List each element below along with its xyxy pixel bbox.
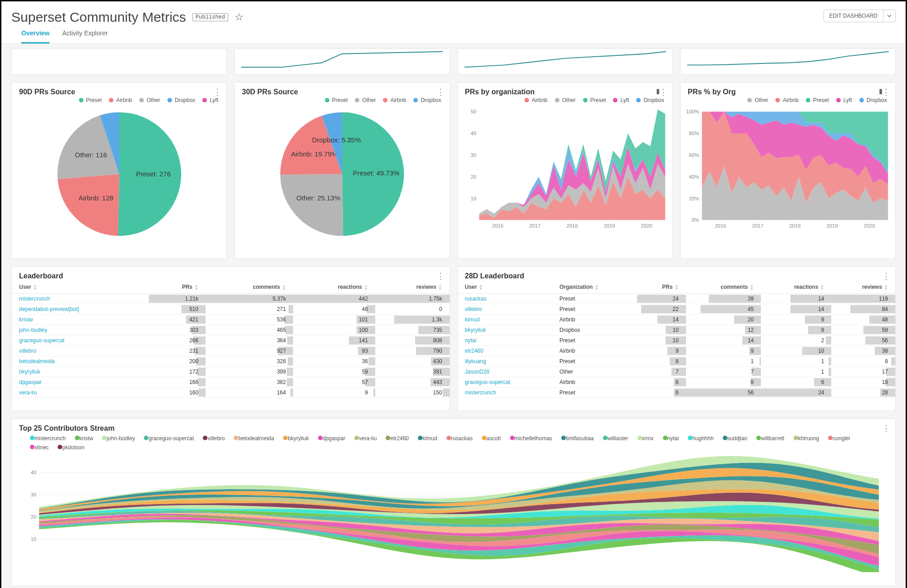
legend-item[interactable]: etr2460 [386, 435, 409, 442]
user-link[interactable]: bkyryliuk [465, 327, 486, 333]
tab-activity-explorer[interactable]: Activity Explorer [62, 25, 108, 44]
user-link[interactable]: dependabot-preview[bot] [19, 306, 79, 312]
user-link[interactable]: john-bodley [19, 327, 47, 333]
table-header[interactable]: reviews▲▼ [375, 281, 450, 293]
legend-item[interactable]: Preset [806, 97, 829, 103]
legend-item[interactable]: Dropbox [859, 97, 887, 103]
table-header[interactable]: PRs▲▼ [149, 281, 206, 293]
org-cell: Preset [552, 304, 637, 314]
user-link[interactable]: graceguo-supercat [19, 337, 64, 344]
user-link[interactable]: kristw [19, 316, 33, 323]
legend-item[interactable]: xtinec [30, 444, 49, 451]
legend-label: villebro [207, 435, 225, 442]
legend-item[interactable]: Lyft [202, 97, 218, 103]
legend-item[interactable]: ktmud [418, 435, 437, 442]
legend-item[interactable]: willbarrett [756, 435, 784, 442]
user-link[interactable]: mistercrunch [19, 296, 50, 302]
legend-item[interactable]: suddjian [723, 435, 748, 442]
user-link[interactable]: ktmud [465, 316, 480, 323]
metric-cell: 303 [149, 325, 206, 335]
table-header[interactable]: comments▲▼ [686, 281, 761, 293]
tab-overview[interactable]: Overview [21, 25, 49, 44]
legend-item[interactable]: Preset [325, 97, 348, 103]
pie-slice[interactable] [58, 174, 119, 236]
legend-item[interactable]: Airbnb [109, 97, 132, 103]
legend-label: Other [755, 97, 768, 103]
legend-item[interactable]: nytai [663, 435, 679, 442]
chart-menu-icon[interactable]: ⋮ [659, 87, 667, 97]
table-header[interactable]: reviews▲▼ [831, 281, 895, 293]
legend-item[interactable]: Lyft [613, 97, 629, 103]
user-cell: kristw [12, 314, 149, 325]
legend-item[interactable]: michellethomas [510, 435, 552, 442]
legend-item[interactable]: Airbnb [383, 97, 406, 103]
legend-item[interactable]: Dropbox [413, 97, 441, 103]
user-link[interactable]: etr2460 [465, 348, 484, 354]
legend-item[interactable]: Dropbox [167, 97, 195, 103]
legend-label: Dropbox [867, 97, 887, 103]
table-header[interactable]: comments▲▼ [206, 281, 293, 293]
legend-item[interactable]: Airbnb [525, 97, 548, 103]
chart-menu-icon[interactable]: ⋮ [213, 87, 221, 97]
legend-item[interactable]: xrmx [637, 435, 654, 442]
legend-item[interactable]: Other [139, 97, 160, 103]
legend-item[interactable]: bkyryliuk [283, 435, 309, 442]
chart-menu-icon[interactable]: ⋮ [882, 423, 890, 433]
user-link[interactable]: vera-liu [19, 389, 37, 396]
legend-item[interactable]: Airbnb [775, 97, 799, 103]
legend-item[interactable]: Other [747, 97, 768, 103]
legend-label: john-bodley [107, 435, 135, 442]
pie-slice[interactable] [280, 174, 343, 236]
user-link[interactable]: villebro [465, 306, 482, 312]
user-link[interactable]: graceguo-supercat [465, 379, 510, 385]
user-link[interactable]: mistercrunch [465, 389, 496, 396]
legend-item[interactable]: graceguo-supercat [144, 435, 194, 442]
legend-item[interactable]: vera-liu [354, 435, 377, 442]
legend-item[interactable]: rusackas [446, 435, 473, 442]
user-link[interactable]: lilykuang [465, 358, 486, 364]
favorite-star-icon[interactable]: ☆ [235, 11, 244, 23]
user-link[interactable]: bkyryliuk [19, 369, 40, 375]
legend-item[interactable]: dpgaspar [318, 435, 345, 442]
legend-label: Other [562, 97, 576, 103]
user-link[interactable]: dpgaspar [19, 379, 42, 385]
legend-item[interactable]: Other [555, 97, 576, 103]
legend-item[interactable]: khtruong [794, 435, 819, 442]
user-link[interactable]: JasonD28 [465, 369, 490, 375]
edit-dashboard-button[interactable]: EDIT DASHBOARD [824, 10, 896, 22]
legend-item[interactable]: williaster [603, 435, 628, 442]
chart-menu-icon[interactable]: ⋮ [882, 87, 890, 97]
legend-item[interactable]: betodealmeida [234, 435, 274, 442]
chart-bar-icon[interactable]: ▮ [879, 87, 882, 95]
table-header[interactable]: reactions▲▼ [761, 281, 831, 293]
user-link[interactable]: betodealmeida [19, 358, 55, 364]
user-link[interactable]: nytai [465, 337, 476, 344]
legend-item[interactable]: Dropbox [636, 97, 664, 103]
table-header[interactable]: User▲▼ [12, 281, 149, 293]
table-header[interactable]: Organization▲▼ [552, 281, 637, 293]
legend-item[interactable]: pkdotson [58, 444, 84, 451]
legend-item[interactable]: Preset [583, 97, 606, 103]
user-link[interactable]: villebro [19, 348, 36, 354]
legend-item[interactable]: ascott [482, 435, 501, 442]
chart-menu-icon[interactable]: ⋮ [436, 271, 444, 281]
chart-menu-icon[interactable]: ⋮ [436, 87, 444, 97]
legend-item[interactable]: hughhhh [688, 435, 714, 442]
legend-item[interactable]: kristw [75, 435, 93, 442]
table-header[interactable]: PRs▲▼ [637, 281, 686, 293]
chart-menu-icon[interactable]: ⋮ [882, 271, 890, 281]
legend-item[interactable]: john-bodley [102, 435, 135, 442]
org-cell: Dropbox [552, 325, 637, 335]
legend-item[interactable]: mistercrunch [30, 435, 66, 442]
chevron-down-icon[interactable] [883, 10, 895, 22]
user-link[interactable]: rusackas [465, 296, 487, 302]
legend-item[interactable]: conglei [828, 435, 850, 442]
legend-item[interactable]: villebro [203, 435, 225, 442]
legend-item[interactable]: Other [355, 97, 376, 103]
chart-bar-icon[interactable]: ▮ [656, 87, 660, 95]
legend-item[interactable]: timifasubaa [561, 435, 593, 442]
legend-item[interactable]: Preset [79, 97, 102, 103]
table-header[interactable]: reactions▲▼ [293, 281, 375, 293]
legend-item[interactable]: Lyft [836, 97, 852, 103]
table-header[interactable]: User▲▼ [458, 281, 553, 293]
